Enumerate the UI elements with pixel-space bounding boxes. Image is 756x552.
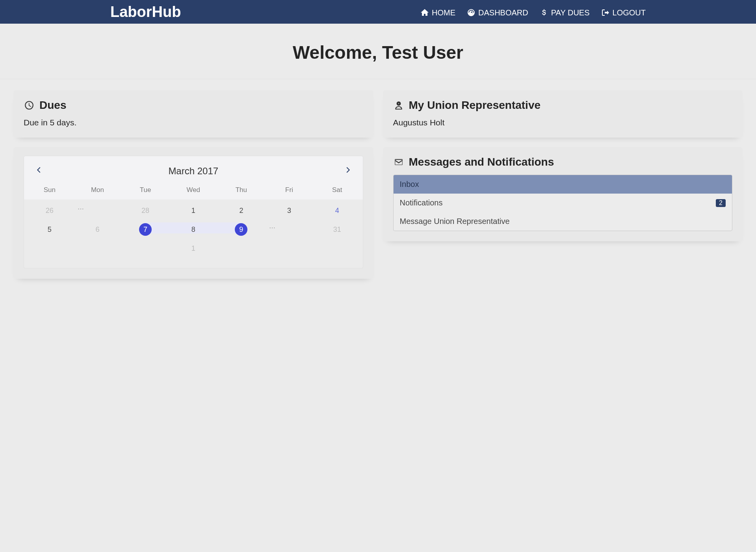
logout-icon (601, 8, 610, 17)
nav-logout-label: LOGOUT (613, 8, 646, 17)
calendar-header: March 2017 (24, 156, 363, 181)
nav-paydues-label: PAY DUES (551, 8, 590, 17)
chevron-left-icon (35, 166, 43, 174)
dow-sat: Sat (313, 186, 361, 194)
union-rep-card: My Union Representative Augustus Holt (383, 90, 743, 138)
cal-day-in-range[interactable]: 8 (169, 222, 217, 238)
nav-logout[interactable]: LOGOUT (601, 6, 646, 17)
nav-home[interactable]: HOME (420, 6, 455, 17)
dues-title: Dues (39, 99, 66, 112)
cal-day-empty (313, 244, 361, 252)
ellipsis-icon: ⋯ (269, 224, 275, 231)
dashboard-icon (466, 8, 476, 17)
nav-home-label: HOME (432, 8, 455, 17)
cal-day[interactable]: 1 (169, 241, 217, 257)
nav-items: HOME DASHBOARD PAY DUES LOGOUT (420, 6, 646, 17)
messages-title-row: Messages and Notifications (393, 156, 733, 168)
messages-card: Messages and Notifications Inbox Notific… (383, 147, 743, 241)
calendar-body: 26 ⋯ 28 28 1 2 3 4 5 (24, 200, 363, 268)
messages-title: Messages and Notifications (409, 156, 554, 168)
cal-day[interactable]: ⋯ 0 (265, 222, 313, 238)
nav-dashboard-label: DASHBOARD (478, 8, 528, 17)
messages-inbox-label: Inbox (400, 180, 419, 189)
clock-icon (24, 100, 35, 111)
messages-inbox[interactable]: Inbox (394, 175, 732, 194)
mail-icon (393, 157, 404, 168)
page-title: Welcome, Test User (0, 24, 756, 79)
home-icon (420, 8, 429, 17)
union-rep-title: My Union Representative (409, 99, 541, 112)
calendar-next[interactable] (336, 164, 360, 178)
cal-day[interactable]: 4 (313, 203, 361, 219)
cal-day-empty (217, 244, 266, 252)
union-rep-name: Augustus Holt (393, 118, 733, 127)
notifications-badge: 2 (716, 199, 726, 207)
ellipsis-icon: ⋯ (78, 205, 84, 213)
calendar-card: March 2017 Sun Mon Tue Wed Thu Fri Sat (13, 147, 373, 279)
calendar-row: 5 6 7 8 9 ⋯ 0 31 (26, 219, 361, 240)
cal-day[interactable]: 6 (74, 222, 122, 238)
dow-mon: Mon (74, 186, 122, 194)
right-column: My Union Representative Augustus Holt Me… (383, 90, 743, 241)
union-rep-title-row: My Union Representative (393, 99, 733, 112)
dow-fri: Fri (265, 186, 313, 194)
messages-message-rep[interactable]: Message Union Representative (394, 212, 732, 231)
calendar: March 2017 Sun Mon Tue Wed Thu Fri Sat (24, 156, 363, 269)
cal-day[interactable]: 3 (265, 203, 313, 219)
dow-sun: Sun (26, 186, 74, 194)
person-icon (393, 100, 404, 111)
dow-thu: Thu (217, 186, 266, 194)
cal-day[interactable]: 26 (26, 203, 74, 219)
messages-list: Inbox Notifications 2 Message Union Repr… (393, 175, 733, 231)
cal-day[interactable]: 1 (169, 203, 217, 219)
cal-day-selected-end[interactable]: 9 (217, 219, 266, 240)
cal-day-empty (26, 244, 74, 252)
chevron-right-icon (344, 166, 352, 174)
dues-card: Dues Due in 5 days. (13, 90, 373, 138)
calendar-row: 1 (26, 240, 361, 257)
navbar: LaborHub HOME DASHBOARD PAY DUES LOGOUT (0, 0, 756, 24)
nav-paydues[interactable]: PAY DUES (539, 6, 590, 17)
calendar-row: 26 ⋯ 28 28 1 2 3 4 (26, 202, 361, 219)
nav-dashboard[interactable]: DASHBOARD (466, 6, 528, 17)
messages-message-rep-label: Message Union Representative (400, 217, 510, 226)
cal-day[interactable]: 28 (121, 203, 169, 219)
cal-day-empty (121, 244, 169, 252)
dollar-icon (539, 8, 549, 17)
left-column: Dues Due in 5 days. March 2017 Sun Mo (13, 90, 373, 279)
dow-tue: Tue (121, 186, 169, 194)
cal-day-selected-start[interactable]: 7 (121, 219, 169, 240)
messages-notifications-label: Notifications (400, 198, 443, 207)
dues-text: Due in 5 days. (24, 118, 363, 127)
calendar-title: March 2017 (51, 166, 336, 177)
dues-title-row: Dues (24, 99, 363, 112)
cal-day[interactable]: 31 (313, 222, 361, 238)
brand[interactable]: LaborHub (110, 4, 181, 21)
cal-day-empty (265, 244, 313, 252)
dow-wed: Wed (169, 186, 217, 194)
messages-notifications[interactable]: Notifications 2 (394, 194, 732, 212)
calendar-prev[interactable] (27, 164, 51, 178)
cal-day[interactable]: ⋯ 28 (74, 203, 122, 219)
cal-day-empty (74, 244, 122, 252)
cal-day[interactable]: 2 (217, 203, 266, 219)
content-grid: Dues Due in 5 days. March 2017 Sun Mo (0, 79, 756, 290)
cal-day[interactable]: 5 (26, 222, 74, 238)
calendar-dow: Sun Mon Tue Wed Thu Fri Sat (24, 181, 363, 200)
